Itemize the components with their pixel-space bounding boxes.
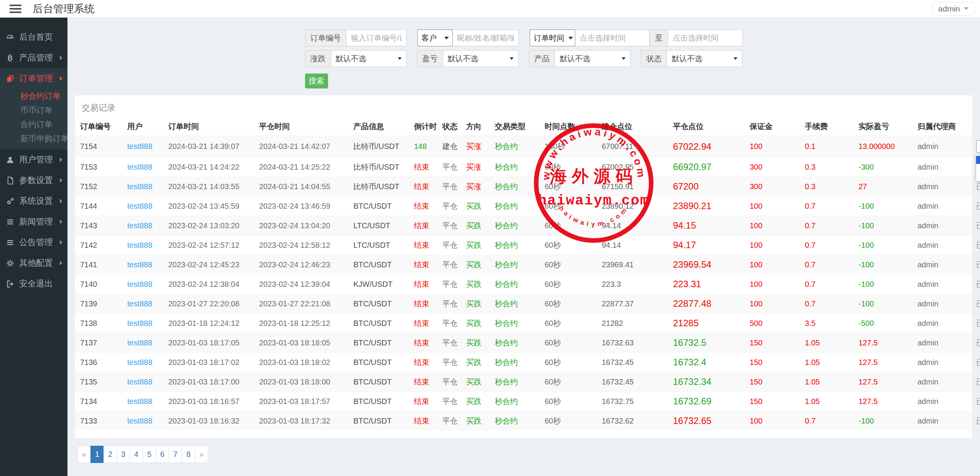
time-to-input[interactable] xyxy=(668,29,743,46)
status-value: 默认不选 xyxy=(671,54,702,64)
sidebar-item-orders-newcoin[interactable]: 新币申购订单 xyxy=(0,131,67,146)
cell-id: 7140 xyxy=(75,275,122,294)
sidebar-item-products[interactable]: B产品管理 xyxy=(0,47,67,68)
user-menu[interactable]: admin xyxy=(932,2,975,16)
cell-open-time: 2023-01-03 18:17:05 xyxy=(163,333,254,353)
cell-user[interactable]: test888 xyxy=(122,411,163,431)
cell-user[interactable]: test888 xyxy=(122,353,163,372)
cell-fee: 0.7 xyxy=(800,294,854,314)
cell-agent: admin xyxy=(913,136,971,157)
sidebar-item-orders-contract[interactable]: 合约订单 xyxy=(0,117,67,131)
cell-margin: 100 xyxy=(745,255,800,275)
trade-records-table: 订单编号用户订单时间平仓时间产品信息倒计时状态方向交易类型时间点数建仓点位平仓点… xyxy=(75,118,972,430)
time-type-select[interactable]: 订单时间 xyxy=(530,29,575,46)
page-button-3[interactable]: 3 xyxy=(117,446,130,463)
sidebar-item-orders-seconds[interactable]: 秒合约订单 xyxy=(0,89,67,103)
cell-duration: 60秒 xyxy=(540,196,597,216)
prev-page-button[interactable]: « xyxy=(77,446,91,463)
updown-label: 涨跌 xyxy=(305,50,331,67)
cell-type: 秒合约 xyxy=(490,392,540,411)
page-button-2[interactable]: 2 xyxy=(103,446,117,463)
cell-user[interactable]: test888 xyxy=(122,196,163,216)
sidebar-item-label: 公告管理 xyxy=(19,237,53,248)
cell-duration: 60秒 xyxy=(540,333,597,353)
cell-user[interactable]: test888 xyxy=(122,333,163,353)
next-page-button[interactable]: » xyxy=(195,446,208,463)
cell-user[interactable]: test888 xyxy=(122,236,163,255)
page-button-6[interactable]: 6 xyxy=(156,446,169,463)
sidebar-item-label: 产品管理 xyxy=(19,52,53,64)
cell-close-price: 16732.65 xyxy=(668,411,745,431)
main-content: 订单编号 客户 订单时间 至 xyxy=(67,18,980,476)
order-no-input[interactable] xyxy=(346,29,407,46)
time-from-input[interactable] xyxy=(575,29,650,46)
cell-open-price: 22877.37 xyxy=(597,294,668,314)
cell-control: 已平仓 xyxy=(971,372,972,392)
sidebar-item-params[interactable]: 参数设置 xyxy=(0,170,67,191)
cell-user[interactable]: test888 xyxy=(122,157,163,177)
cell-open-price: 67150.91 xyxy=(597,177,668,196)
sidebar-item-other[interactable]: 其他配置 xyxy=(0,253,67,273)
sidebar-item-news[interactable]: 新闻管理 xyxy=(0,211,67,232)
sidebar-nav: 后台首页B产品管理订单管理秒合约订单币币订单合约订单新币申购订单用户管理参数设置… xyxy=(0,27,67,294)
filter-form: 订单编号 客户 订单时间 至 xyxy=(305,29,743,88)
sidebar-item-orders-spot[interactable]: 币币订单 xyxy=(0,103,67,117)
column-header: 平仓点位 xyxy=(668,118,745,136)
cell-user[interactable]: test888 xyxy=(122,372,163,392)
cell-agent: admin xyxy=(913,314,971,333)
status-select[interactable]: 默认不选 xyxy=(666,50,742,67)
sidebar-item-dashboard[interactable]: 后台首页 xyxy=(0,27,67,47)
cell-user[interactable]: test888 xyxy=(122,294,163,314)
cell-product: 比特币/USDT xyxy=(348,177,409,196)
sidebar-item-system[interactable]: 系统设置 xyxy=(0,191,67,211)
cell-user[interactable]: test888 xyxy=(122,275,163,294)
time-type-value: 订单时间 xyxy=(534,33,565,43)
cell-countdown: 结束 xyxy=(409,411,437,431)
cell-type: 秒合约 xyxy=(490,353,540,372)
cell-type: 秒合约 xyxy=(490,275,540,294)
page-button-4[interactable]: 4 xyxy=(130,446,143,463)
table-row: 7144test8882023-02-24 13:45:592023-02-24… xyxy=(75,196,972,216)
cell-close-time: 2024-03-21 14:04:55 xyxy=(254,177,348,196)
cell-profit: -100 xyxy=(854,216,913,236)
cell-close-time: 2023-01-18 12:25:12 xyxy=(254,314,348,333)
profit-select[interactable]: 默认不选 xyxy=(443,50,519,67)
cell-id: 7144 xyxy=(75,196,122,216)
sidebar-item-users[interactable]: 用户管理 xyxy=(0,149,67,170)
cell-user[interactable]: test888 xyxy=(122,255,163,275)
customer-input[interactable] xyxy=(453,29,519,46)
cell-user[interactable]: test888 xyxy=(122,177,163,196)
cell-user[interactable]: test888 xyxy=(122,314,163,333)
user-menu-label: admin xyxy=(938,4,960,13)
cell-close-price: 22877.48 xyxy=(668,294,745,314)
customer-type-select[interactable]: 客户 xyxy=(417,29,453,46)
user-icon xyxy=(5,155,15,164)
cell-open-price: 16732.45 xyxy=(597,353,668,372)
sidebar-item-label: 参数设置 xyxy=(19,175,53,186)
search-button[interactable]: 搜索 xyxy=(305,74,328,88)
sidebar-item-notice[interactable]: 公告管理 xyxy=(0,232,67,253)
cell-fee: 1.05 xyxy=(800,372,854,392)
control-select-option[interactable]: 盈利 xyxy=(976,164,980,172)
updown-select[interactable]: 默认不选 xyxy=(331,50,407,67)
cell-user[interactable]: test888 xyxy=(122,392,163,411)
cell-duration: 180秒 xyxy=(540,136,597,157)
cell-margin: 100 xyxy=(745,294,800,314)
sidebar-item-logout[interactable]: 安全退出 xyxy=(0,273,67,294)
cell-agent: admin xyxy=(913,196,971,216)
control-select-option[interactable]: 默认 xyxy=(976,156,980,164)
cell-user[interactable]: test888 xyxy=(122,216,163,236)
cell-direction: 买跌 xyxy=(461,275,490,294)
page-button-1[interactable]: 1 xyxy=(90,446,104,463)
page-button-8[interactable]: 8 xyxy=(182,446,195,463)
cell-agent: admin xyxy=(913,216,971,236)
control-select-option[interactable]: 亏损 xyxy=(976,172,980,180)
menu-toggle-icon[interactable] xyxy=(10,5,21,13)
control-select[interactable]: 默认 xyxy=(976,140,980,153)
sidebar-item-label: 其他配置 xyxy=(19,257,53,269)
product-select[interactable]: 默认不选 xyxy=(555,50,630,67)
cell-user[interactable]: test888 xyxy=(122,136,163,157)
page-button-7[interactable]: 7 xyxy=(169,446,182,463)
sidebar-item-orders[interactable]: 订单管理 xyxy=(0,68,67,89)
page-button-5[interactable]: 5 xyxy=(143,446,156,463)
